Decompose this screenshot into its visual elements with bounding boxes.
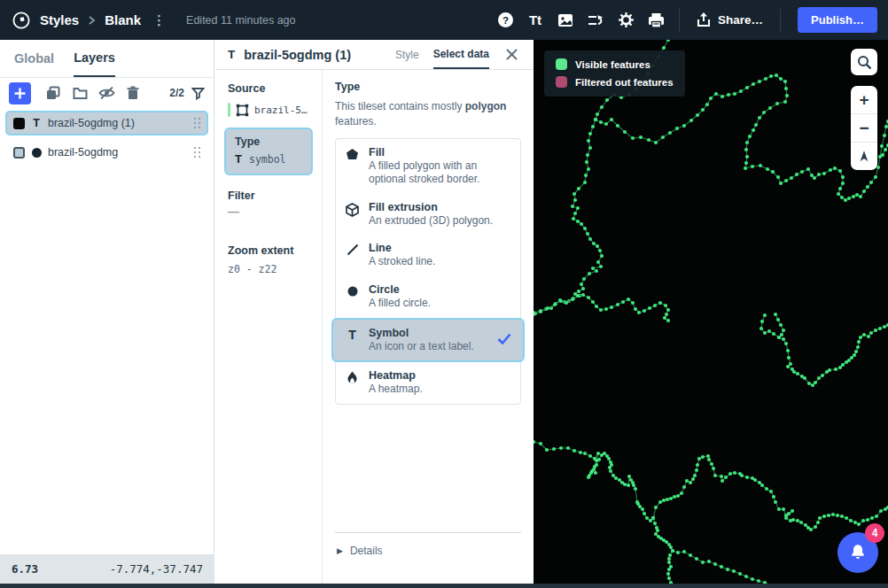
type-label: Type (235, 135, 302, 148)
source-row[interactable]: brazil-5… (228, 103, 313, 117)
delete-layer-trash-icon[interactable] (121, 82, 144, 104)
type-option-circle[interactable]: CircleA filled circle. (336, 276, 520, 318)
layer-editor-panel: T brazil-5ogdmg (1) Style Select data So… (215, 40, 534, 584)
circle-type-icon (32, 148, 42, 158)
help-icon[interactable]: ? (490, 5, 520, 35)
type-heading: Type (335, 81, 521, 93)
print-icon[interactable] (641, 5, 671, 35)
type-setting-selected[interactable]: Type T symbol (224, 128, 313, 175)
compass-button[interactable] (851, 142, 877, 170)
close-panel-icon[interactable] (502, 45, 521, 65)
top-bar: Styles Blank ⋮ Edited 11 minutes ago ? T… (0, 0, 888, 40)
style-menu-kebab-icon[interactable]: ⋮ (149, 13, 169, 27)
source-label: Source (228, 82, 313, 95)
filter-label[interactable]: Filter (228, 190, 313, 202)
history-icon[interactable] (580, 5, 611, 35)
drag-handle[interactable] (194, 147, 201, 159)
layer-color-swatch (13, 118, 25, 129)
layers-sidebar: Global Layers 2/2 (0, 40, 214, 588)
share-button[interactable]: Share… (688, 12, 772, 27)
selected-checkmark-icon (497, 332, 511, 348)
symbol-type-icon: T (345, 327, 360, 341)
tab-select-data[interactable]: Select data (433, 40, 489, 69)
map-legend: Visible features Filtered out features (544, 50, 685, 97)
zoom-level-readout: 6.73 (12, 562, 38, 576)
layer-name: brazil-5ogdmg (48, 146, 118, 159)
layer-name: brazil-5ogdmg (1) (48, 117, 135, 129)
symbol-type-icon: T (228, 48, 235, 61)
type-option-fill[interactable]: FillA filled polygon with an optional st… (336, 139, 520, 194)
type-options-card: FillA filled polygon with an optional st… (335, 138, 521, 405)
legend-row-filtered: Filtered out features (556, 76, 674, 88)
fill-icon (345, 146, 360, 160)
topbar-divider (679, 9, 680, 32)
line-icon (345, 242, 360, 256)
share-upload-icon (697, 12, 711, 27)
visible-features-swatch (556, 58, 567, 70)
layer-toolbar: 2/2 (0, 78, 214, 108)
map-zoom-controls: + − (851, 86, 877, 170)
tab-global[interactable]: Global (14, 40, 54, 77)
group-folder-icon[interactable] (68, 82, 91, 104)
circle-icon (345, 283, 360, 298)
notification-count-badge[interactable]: 4 (865, 523, 884, 543)
layer-counter: 2/2 (169, 87, 184, 99)
zoom-in-button[interactable]: + (851, 86, 877, 113)
symbol-type-icon: T (31, 117, 42, 129)
type-option-fill-extrusion[interactable]: Fill extrusionAn extruded (3D) polygon. (336, 194, 520, 236)
tab-style[interactable]: Style (395, 40, 419, 69)
breadcrumb-styles[interactable]: Styles (40, 12, 79, 27)
edited-status: Edited 11 minutes ago (186, 14, 295, 27)
source-status-bar (228, 103, 230, 117)
heatmap-flame-icon (345, 369, 360, 384)
details-toggle[interactable]: ▶ Details (335, 532, 521, 571)
fonts-icon[interactable]: Tt (520, 5, 550, 35)
layer-list: T brazil-5ogdmg (1) brazil-5ogdmg (0, 108, 214, 172)
tab-layers[interactable]: Layers (74, 40, 115, 77)
type-selection-column: Type This tileset contains mostly polygo… (322, 70, 534, 584)
svg-text:?: ? (502, 15, 509, 26)
layer-color-swatch (13, 147, 25, 159)
type-value: symbol (249, 153, 286, 166)
symbol-type-icon: T (235, 152, 242, 166)
panel-title: brazil-5ogdmg (1) (244, 48, 351, 62)
panel-header: T brazil-5ogdmg (1) Style Select data (215, 40, 534, 70)
mapbox-logo-icon[interactable] (11, 10, 32, 31)
zoom-extent-value: z0 - z22 (228, 263, 313, 275)
hide-layer-eye-off-icon[interactable] (95, 82, 118, 104)
layer-settings-column: Source brazil-5… Type T symbol Filter — … (215, 70, 322, 584)
type-option-heatmap[interactable]: HeatmapA heatmap. (336, 362, 520, 404)
type-option-symbol[interactable]: T SymbolAn icon or a text label. (331, 318, 525, 363)
map-canvas[interactable]: Visible features Filtered out features +… (534, 40, 888, 584)
layer-row-symbol[interactable]: T brazil-5ogdmg (1) (5, 111, 208, 135)
bell-icon (848, 543, 868, 562)
breadcrumb-style-name[interactable]: Blank (105, 12, 141, 27)
drag-handle[interactable] (194, 118, 201, 129)
settings-gear-icon[interactable] (611, 5, 641, 35)
duplicate-layer-icon[interactable] (42, 82, 65, 104)
zoom-out-button[interactable]: − (851, 113, 877, 142)
filter-layers-funnel-icon[interactable] (191, 87, 205, 100)
details-arrow-icon: ▶ (337, 546, 343, 555)
topbar-divider (780, 9, 781, 32)
images-icon[interactable] (550, 5, 580, 35)
publish-button[interactable]: Publish… (798, 7, 877, 33)
filtered-features-swatch (556, 76, 567, 88)
map-svg (534, 40, 888, 584)
source-name: brazil-5… (254, 104, 308, 116)
fill-extrusion-icon (345, 201, 360, 217)
details-label: Details (350, 545, 383, 557)
sidebar-tabs: Global Layers (0, 40, 214, 78)
type-option-line[interactable]: LineA stroked line. (336, 235, 520, 276)
legend-row-visible: Visible features (556, 58, 674, 70)
map-status-bar: 6.73 -7.774,-37.747 (0, 554, 214, 584)
layer-row-circle[interactable]: brazil-5ogdmg (5, 140, 208, 165)
search-icon (857, 55, 872, 70)
mapbox-studio-app: Styles Blank ⋮ Edited 11 minutes ago ? T… (0, 0, 888, 588)
north-arrow-icon (857, 149, 871, 164)
coordinates-readout: -7.774,-37.747 (110, 562, 203, 576)
add-layer-button[interactable] (9, 82, 31, 104)
tileset-polygon-icon (236, 104, 249, 117)
zoom-extent-label[interactable]: Zoom extent (228, 244, 313, 257)
map-search-button[interactable] (851, 49, 877, 75)
